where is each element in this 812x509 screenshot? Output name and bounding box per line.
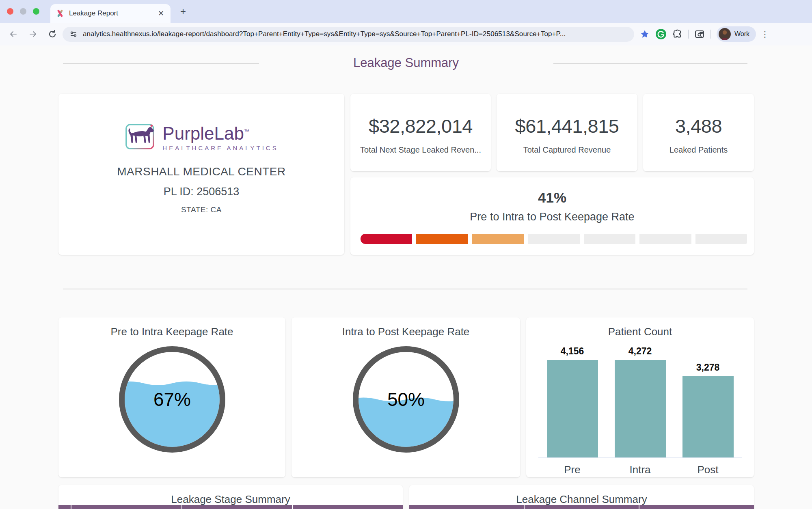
keepage-progress-segment <box>361 234 412 244</box>
keepage-rate-label: Pre to Intra to Post Keepage Rate <box>350 211 754 223</box>
tab-strip: Leakage Report ✕ + <box>0 0 812 23</box>
patient-count-card: Patient Count 4,156 4,272 3,278 Pre Intr… <box>526 317 754 477</box>
liquid-gauge: 50% <box>349 343 463 456</box>
kpi-card-leaked-revenue: $32,822,014 Total Next Stage Leaked Reve… <box>350 94 491 171</box>
bookmark-star-button[interactable] <box>640 29 650 39</box>
side-panel-search-button[interactable] <box>694 29 705 39</box>
kpi-label: Total Next Stage Leaked Reven... <box>350 145 491 155</box>
keepage-progress-segment <box>528 234 579 244</box>
table-header-row <box>409 505 754 509</box>
bar-chart-categories: Pre Intra Post <box>538 464 742 476</box>
category-label: Pre <box>547 464 598 476</box>
browser-tab[interactable]: Leakage Report ✕ <box>50 4 171 23</box>
table-header-cell <box>293 505 403 509</box>
kpi-value: $61,441,815 <box>497 115 637 137</box>
profile-name: Work <box>734 30 749 38</box>
brand-subtitle: HEALTHCARE ANALYTICS <box>162 145 278 151</box>
tab-favicon-icon <box>56 9 64 17</box>
toolbar-separator <box>710 30 711 39</box>
bar-chart-title: Patient Count <box>526 326 754 338</box>
browser-toolbar: analytics.healthnexus.io/leakage-report/… <box>0 23 812 45</box>
gauge-value-label: 67% <box>153 389 190 410</box>
liquid-gauge: 67% <box>115 343 229 456</box>
bar-intra[interactable] <box>615 360 666 457</box>
title-rule-right <box>553 63 747 64</box>
org-state: STATE: CA <box>58 205 344 214</box>
bar-value-label: 4,272 <box>628 346 652 357</box>
new-tab-button[interactable]: + <box>177 6 189 17</box>
fullscreen-window-button[interactable] <box>33 8 39 15</box>
reload-button[interactable] <box>45 27 59 41</box>
forward-button[interactable] <box>26 27 40 41</box>
bar-column: 4,272 <box>615 346 666 457</box>
table-title: Leakage Stage Summary <box>58 493 403 506</box>
keepage-progress <box>361 234 747 244</box>
close-window-button[interactable] <box>7 8 13 15</box>
kpi-value: $32,822,014 <box>350 115 491 137</box>
bar-value-label: 4,156 <box>561 346 584 357</box>
extensions-puzzle-icon <box>672 29 682 39</box>
table-header-row <box>58 505 403 509</box>
browser-menu-button[interactable]: ⋮ <box>761 29 769 39</box>
kpi-label: Total Captured Revenue <box>497 145 637 155</box>
profile-chip[interactable]: Work <box>717 26 756 42</box>
dashboard-content: Leakage Summary PurpleLab™ HE <box>0 45 812 509</box>
keepage-rate-value: 41% <box>350 190 754 206</box>
brand-name: PurpleLab <box>162 123 244 143</box>
kpi-value: 3,488 <box>643 115 754 137</box>
title-rule-left <box>63 63 259 64</box>
org-name: MARSHALL MEDICAL CENTER <box>58 165 344 178</box>
star-icon <box>640 29 650 39</box>
tab-close-icon[interactable]: ✕ <box>157 9 165 18</box>
browser-window: Leakage Report ✕ + <box>0 0 812 509</box>
back-button[interactable] <box>6 27 20 41</box>
brand-trademark: ™ <box>244 128 249 134</box>
table-header-cell <box>58 505 71 509</box>
keepage-progress-segment <box>416 234 468 244</box>
category-label: Post <box>682 464 734 476</box>
table-header-cell <box>525 505 639 509</box>
toolbar-separator <box>688 30 689 39</box>
category-label: Intra <box>615 464 666 476</box>
url-bar[interactable]: analytics.healthnexus.io/leakage-report/… <box>63 27 634 42</box>
traffic-lights <box>7 8 39 15</box>
gauge-title: Intra to Post Keepage Rate <box>292 326 520 338</box>
table-title: Leakage Channel Summary <box>409 493 754 506</box>
bar-value-label: 3,278 <box>696 362 720 373</box>
leakage-channel-summary-card: Leakage Channel Summary <box>409 485 754 509</box>
url-text[interactable]: analytics.healthnexus.io/leakage-report/… <box>83 30 598 38</box>
bar-column: 4,156 <box>547 346 598 457</box>
purplelab-dog-icon <box>124 121 157 151</box>
back-arrow-icon <box>9 29 18 39</box>
purplelab-logo: PurpleLab™ HEALTHCARE ANALYTICS <box>58 121 344 151</box>
bar-post[interactable] <box>682 376 734 457</box>
grammarly-extension-button[interactable] <box>655 28 667 40</box>
table-header-cell <box>182 505 292 509</box>
keepage-progress-segment <box>584 234 635 244</box>
kpi-label: Leaked Patients <box>643 145 754 155</box>
grammarly-icon <box>655 28 667 40</box>
extensions-button[interactable] <box>672 29 682 39</box>
page-title: Leakage Summary <box>0 56 812 70</box>
avatar <box>719 28 731 40</box>
search-panel-icon <box>694 29 705 39</box>
table-header-cell <box>71 505 181 509</box>
organization-card: PurpleLab™ HEALTHCARE ANALYTICS MARSHALL… <box>58 94 344 255</box>
kpi-card-leaked-patients: 3,488 Leaked Patients <box>643 94 754 171</box>
minimize-window-button[interactable] <box>20 8 26 15</box>
gauge-title: Pre to Intra Keepage Rate <box>58 326 285 338</box>
bar-pre[interactable] <box>547 360 598 457</box>
keepage-progress-segment <box>472 234 524 244</box>
gauge-card-intra-to-post: Intra to Post Keepage Rate 50% <box>292 317 520 477</box>
kpi-card-captured-revenue: $61,441,815 Total Captured Revenue <box>497 94 637 171</box>
forward-arrow-icon <box>28 29 38 39</box>
section-divider <box>63 289 747 289</box>
keepage-rate-card: 41% Pre to Intra to Post Keepage Rate <box>350 177 754 255</box>
keepage-progress-segment <box>695 234 747 244</box>
site-info-icon[interactable] <box>69 30 78 39</box>
leakage-stage-summary-card: Leakage Stage Summary <box>58 485 403 509</box>
reload-icon <box>48 29 57 39</box>
tab-title: Leakage Report <box>69 9 157 17</box>
gauge-card-pre-to-intra: Pre to Intra Keepage Rate 67% <box>58 317 285 477</box>
keepage-progress-segment <box>639 234 691 244</box>
